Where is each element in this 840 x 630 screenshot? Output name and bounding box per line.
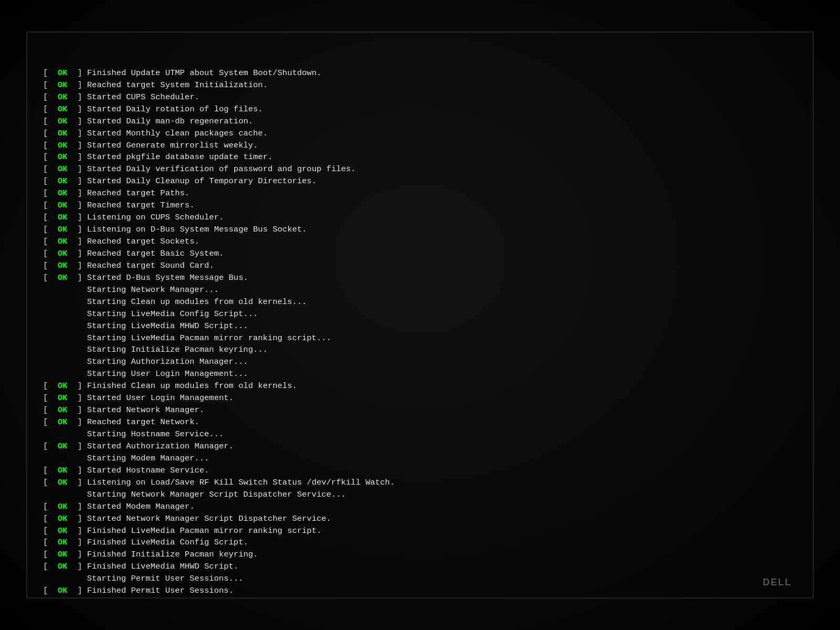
terminal-line: [ OK ] Listening on CUPS Scheduler. [43, 212, 797, 224]
bracket-open: [ [43, 393, 48, 403]
terminal-line: [ OK ] Reached target Basic System. [43, 248, 797, 260]
action-message: on CUPS Scheduler. [136, 213, 224, 222]
bracket-open: [ [43, 466, 48, 475]
bracket-open: [ [43, 80, 48, 90]
terminal-line: [ OK ] Started Modem Manager. [43, 501, 797, 513]
ok-label: OK [53, 562, 72, 571]
action-message: Network Manager Script Dispatcher Servic… [126, 514, 331, 523]
starting-message: Starting Initialize Pacman keyring... [87, 345, 268, 354]
ok-label: OK [53, 164, 72, 174]
action-message: pkgfile database update timer. [126, 152, 272, 162]
bracket-close: ] [77, 586, 82, 595]
bracket-close: ] [77, 478, 82, 487]
action-message: LiveMedia MHWD Script. [131, 562, 239, 571]
starting-message: Starting Authorization Manager... [87, 357, 248, 366]
terminal-line: [ OK ] Finished Initialize Pacman keyrin… [43, 549, 797, 561]
action-message: User Login Management. [126, 393, 234, 403]
bracket-open: [ [43, 273, 48, 282]
ok-label: OK [53, 381, 72, 391]
bracket-open: [ [43, 92, 48, 102]
bracket-close: ] [77, 129, 82, 138]
terminal-line: [ OK ] Started CUPS Scheduler. [43, 91, 797, 103]
action-message: Daily Cleanup of Temporary Directories. [126, 176, 317, 186]
action-word: Started [87, 92, 121, 102]
ok-label: OK [53, 201, 72, 210]
bracket-open: [ [43, 249, 48, 258]
action-message: Daily rotation of log files. [126, 104, 262, 114]
ok-label: OK [53, 141, 72, 150]
bracket-open: [ [43, 201, 48, 210]
starting-message: Starting LiveMedia MHWD Script... [87, 321, 248, 331]
action-message: target Sockets. [126, 237, 200, 246]
action-word: Started [87, 117, 121, 126]
action-word: Started [87, 104, 121, 114]
ok-label: OK [53, 92, 72, 102]
terminal-line: [ OK ] Finished Clean up modules from ol… [43, 380, 797, 392]
action-message: Hostname Service. [126, 466, 209, 475]
bracket-close: ] [77, 393, 82, 403]
bracket-close: ] [77, 538, 82, 547]
starting-message: Starting User Login Management... [87, 369, 248, 379]
terminal-line: [ OK ] Started Hostname Service. [43, 465, 797, 477]
action-message: CUPS Scheduler. [126, 92, 200, 102]
bracket-close: ] [77, 273, 82, 282]
terminal-line: [ OK ] Started Daily man-db regeneration… [43, 116, 797, 128]
bracket-close: ] [77, 176, 82, 186]
terminal-line: [ OK ] Started Generate mirrorlist weekl… [43, 140, 797, 152]
action-word: Reached [87, 261, 121, 270]
action-message: Authorization Manager. [126, 442, 234, 451]
bracket-close: ] [77, 249, 82, 258]
bracket-open: [ [43, 562, 48, 571]
terminal-line: [ OK ] Started Authorization Manager. [43, 440, 797, 453]
bracket-open: [ [43, 141, 48, 150]
action-word: Started [87, 405, 121, 415]
action-word: Reached [87, 201, 121, 210]
action-message: target Timers. [126, 201, 194, 210]
action-message: Permit User Sessions. [131, 586, 234, 595]
bracket-open: [ [43, 164, 48, 174]
dell-logo: DELL [763, 577, 792, 588]
terminal-line: Starting LiveMedia MHWD Script... [43, 320, 797, 332]
action-message: on D-Bus System Message Bus Socket. [136, 225, 307, 234]
terminal-line: Starting User Login Management... [43, 368, 797, 380]
terminal-line: Starting Network Manager Script Dispatch… [43, 489, 797, 501]
bracket-open: [ [43, 213, 48, 222]
bracket-close: ] [77, 68, 82, 78]
action-word: Started [87, 442, 121, 451]
bracket-open: [ [43, 405, 48, 415]
bracket-close: ] [77, 405, 82, 415]
ok-label: OK [53, 466, 72, 475]
bracket-open: [ [43, 261, 48, 270]
bracket-close: ] [77, 261, 82, 270]
terminal-line: Starting Permit User Sessions... [43, 573, 797, 585]
action-message: target Paths. [126, 188, 190, 198]
terminal-line: [ OK ] Finished Permit User Sessions. [43, 585, 797, 597]
action-message: Generate mirrorlist weekly. [126, 141, 258, 150]
action-message: Network Manager. [126, 405, 204, 415]
action-word: Finished [87, 68, 126, 78]
terminal-line: [ OK ] Finished LiveMedia MHWD Script. [43, 561, 797, 573]
action-word: Listening [87, 213, 131, 222]
ok-label: OK [53, 152, 72, 162]
terminal-line: [ OK ] Started Daily Cleanup of Temporar… [43, 175, 797, 187]
screen: [ OK ] Finished Update UTMP about System… [26, 32, 814, 598]
action-word: Finished [87, 550, 126, 559]
bracket-open: [ [43, 526, 48, 536]
bracket-close: ] [77, 466, 82, 475]
starting-message: Starting Hostname Service... [87, 429, 224, 439]
action-word: Reached [87, 188, 121, 198]
action-word: Finished [87, 381, 126, 391]
ok-label: OK [53, 550, 72, 559]
terminal-line: Starting GNOME Display Manager... [43, 597, 797, 598]
ok-label: OK [53, 129, 72, 138]
terminal-line: [ OK ] Finished LiveMedia Pacman mirror … [43, 525, 797, 537]
terminal-line: Starting Hostname Service... [43, 428, 797, 440]
bracket-open: [ [43, 104, 48, 114]
bracket-open: [ [43, 502, 48, 511]
action-message: on Load/Save RF Kill Switch Status /dev/… [136, 478, 395, 487]
bracket-open: [ [43, 117, 48, 126]
terminal-line: Starting Authorization Manager... [43, 356, 797, 368]
action-word: Finished [87, 586, 126, 595]
action-message: Daily man-db regeneration. [126, 117, 253, 126]
bracket-open: [ [43, 68, 48, 78]
